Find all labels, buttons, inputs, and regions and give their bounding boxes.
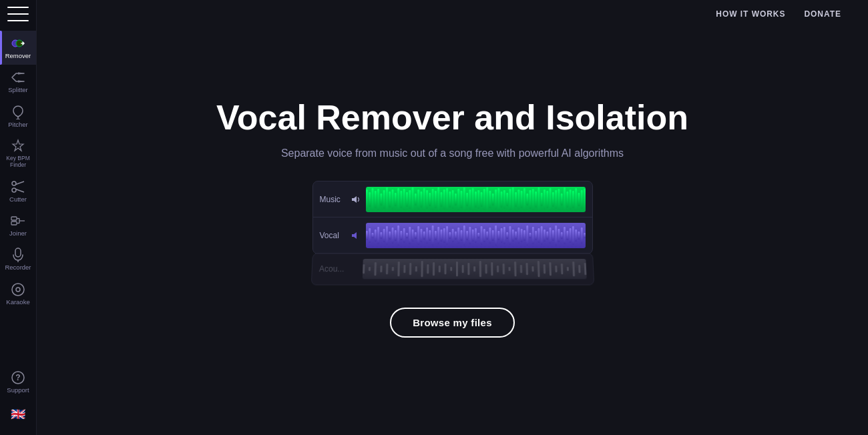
svg-rect-107: [386, 226, 388, 245]
svg-rect-91: [560, 193, 562, 205]
svg-rect-72: [506, 193, 508, 206]
svg-rect-74: [511, 187, 513, 211]
sidebar-item-splitter-label: Splitter: [8, 86, 28, 93]
svg-rect-174: [578, 232, 580, 240]
svg-rect-142: [486, 232, 488, 240]
svg-rect-12: [11, 222, 17, 225]
sidebar-item-support[interactable]: ? Support: [4, 365, 31, 399]
svg-rect-61: [475, 191, 477, 207]
svg-rect-102: [371, 233, 373, 238]
flag-icon: 🇬🇧: [11, 407, 25, 422]
svg-rect-116: [411, 230, 413, 242]
svg-rect-205: [525, 263, 527, 275]
svg-rect-77: [520, 191, 522, 208]
svg-rect-168: [560, 232, 562, 239]
svg-marker-6: [13, 140, 23, 151]
karaoke-icon: [11, 282, 25, 297]
sidebar-item-pitcher[interactable]: Pitcher: [0, 99, 36, 133]
svg-rect-211: [560, 264, 562, 274]
vocal-volume-icon: [350, 229, 363, 242]
svg-rect-207: [537, 261, 539, 277]
svg-rect-185: [409, 263, 411, 275]
svg-rect-121: [426, 228, 428, 244]
svg-point-7: [12, 181, 16, 185]
pitcher-icon: [11, 105, 25, 119]
svg-rect-99: [584, 189, 586, 210]
sidebar-item-key-bpm[interactable]: Key BPMFinder: [0, 133, 36, 173]
music-waveform: [366, 187, 586, 212]
svg-marker-2: [18, 72, 24, 75]
svg-rect-71: [503, 190, 505, 209]
svg-rect-129: [449, 232, 451, 239]
svg-rect-88: [552, 192, 554, 207]
svg-rect-82: [535, 191, 537, 207]
svg-rect-193: [456, 262, 458, 276]
svg-rect-157: [529, 233, 531, 238]
svg-rect-169: [564, 227, 566, 244]
sidebar-item-remover[interactable]: Remover: [0, 31, 36, 65]
svg-rect-101: [369, 228, 371, 243]
svg-rect-29: [383, 190, 385, 209]
svg-rect-165: [552, 230, 554, 241]
svg-rect-135: [466, 231, 468, 240]
svg-rect-176: [584, 233, 586, 238]
svg-rect-54: [455, 193, 457, 205]
svg-rect-95: [572, 191, 574, 208]
svg-rect-90: [558, 189, 560, 210]
svg-rect-89: [555, 190, 557, 209]
cutter-icon: [11, 179, 25, 194]
svg-rect-108: [389, 232, 391, 240]
svg-rect-53: [451, 190, 453, 209]
svg-rect-196: [473, 266, 475, 272]
splitter-icon: [11, 70, 25, 85]
svg-rect-166: [555, 226, 557, 246]
svg-rect-57: [463, 187, 465, 211]
svg-rect-27: [377, 189, 379, 210]
svg-rect-23: [366, 189, 368, 209]
browse-button[interactable]: Browse my files: [390, 308, 515, 338]
svg-rect-209: [549, 262, 552, 276]
donate-link[interactable]: DONATE: [804, 9, 841, 19]
svg-rect-111: [397, 226, 399, 246]
svg-rect-134: [463, 226, 465, 246]
svg-point-19: [12, 284, 24, 296]
svg-rect-162: [544, 230, 546, 242]
svg-rect-170: [566, 231, 568, 240]
svg-rect-43: [423, 188, 425, 211]
svg-rect-56: [460, 191, 462, 208]
sidebar-item-cutter-label: Cutter: [9, 195, 27, 203]
svg-rect-127: [443, 228, 445, 243]
svg-rect-80: [529, 190, 531, 209]
svg-point-8: [12, 188, 16, 192]
svg-rect-152: [515, 232, 517, 240]
svg-rect-112: [400, 231, 402, 240]
sidebar-item-karaoke[interactable]: Karaoke: [0, 277, 36, 311]
sidebar-item-joiner[interactable]: Joiner: [0, 208, 36, 242]
sidebar-item-recorder[interactable]: Recorder: [0, 242, 36, 276]
menu-button[interactable]: [7, 7, 29, 21]
svg-rect-122: [429, 230, 431, 241]
sidebar-item-language[interactable]: 🇬🇧: [4, 402, 31, 428]
waveform-row-vocal: Vocal: [313, 218, 592, 254]
svg-rect-175: [580, 228, 582, 244]
svg-rect-200: [497, 266, 499, 272]
svg-rect-118: [417, 226, 419, 245]
svg-rect-203: [514, 262, 516, 276]
svg-rect-44: [426, 190, 428, 209]
svg-rect-98: [580, 190, 582, 209]
svg-rect-197: [479, 261, 481, 277]
how-it-works-link[interactable]: HOW IT WORKS: [716, 9, 785, 19]
sidebar-item-cutter[interactable]: Cutter: [0, 174, 36, 208]
svg-rect-189: [433, 262, 435, 276]
vocal-label: Vocal: [320, 231, 350, 240]
svg-rect-50: [443, 189, 445, 209]
sidebar-item-splitter[interactable]: Splitter: [0, 65, 36, 99]
svg-rect-83: [537, 187, 539, 211]
svg-rect-39: [411, 187, 413, 211]
svg-rect-126: [440, 230, 442, 242]
svg-rect-137: [471, 230, 473, 242]
svg-rect-104: [377, 227, 379, 244]
svg-rect-110: [394, 230, 396, 241]
svg-rect-128: [446, 226, 448, 245]
svg-rect-212: [566, 267, 568, 271]
